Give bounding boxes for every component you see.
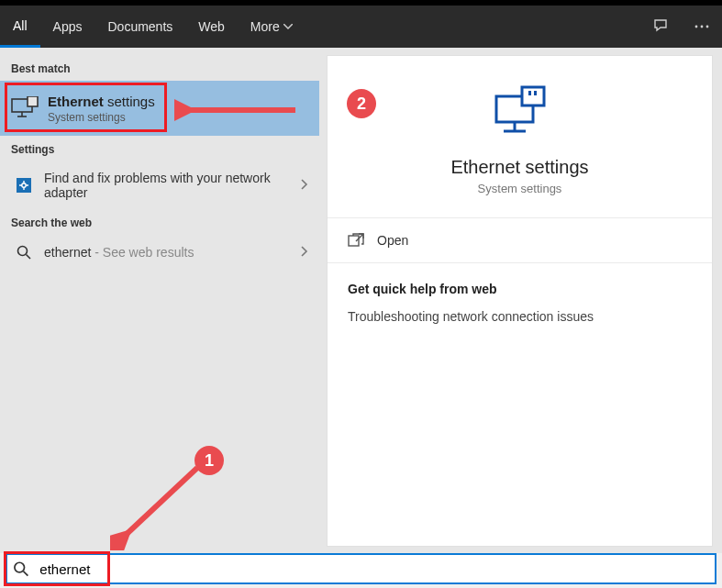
preview-panel: Ethernet settings System settings Open G…	[327, 55, 713, 547]
tab-documents[interactable]: Documents	[94, 6, 185, 48]
svg-rect-13	[528, 91, 531, 95]
tab-apps[interactable]: Apps	[40, 6, 95, 48]
best-match-result[interactable]: Ethernet settings System settings	[0, 81, 319, 136]
settings-result-troubleshoot[interactable]: Find and fix problems with your network …	[0, 161, 319, 209]
preview-title: Ethernet settings	[337, 157, 703, 178]
best-match-title-bold: Ethernet	[48, 94, 104, 109]
best-match-title: Ethernet settings	[48, 94, 155, 109]
results-panel: Best match Ethernet settings System sett…	[0, 48, 319, 553]
settings-section-label: Settings	[0, 136, 319, 161]
chevron-right-icon	[301, 177, 308, 194]
svg-line-19	[24, 571, 28, 576]
svg-rect-7	[17, 178, 31, 193]
search-bar[interactable]	[6, 553, 716, 584]
search-icon	[13, 560, 28, 577]
svg-point-2	[706, 26, 709, 28]
svg-point-9	[18, 247, 28, 256]
preview-subtitle: System settings	[337, 182, 703, 195]
preview-help-header: Get quick help from web	[348, 282, 692, 296]
svg-point-18	[15, 562, 25, 572]
svg-point-0	[695, 26, 698, 28]
tab-web[interactable]: Web	[185, 6, 238, 48]
preview-open-action[interactable]: Open	[328, 218, 712, 263]
chevron-right-icon	[301, 244, 308, 261]
preview-help-link[interactable]: Troubleshooting network connection issue…	[348, 309, 692, 324]
tab-more-label: More	[250, 19, 280, 34]
settings-result-text: Find and fix problems with your network …	[44, 171, 301, 200]
best-match-label: Best match	[0, 55, 319, 81]
monitor-icon	[9, 93, 40, 124]
troubleshoot-icon	[11, 177, 37, 194]
web-result-text: ethernet - See web results	[44, 245, 301, 260]
search-input[interactable]	[38, 560, 709, 578]
preview-open-label: Open	[377, 233, 408, 248]
more-options-icon[interactable]	[682, 6, 722, 48]
search-filter-tabs: All Apps Documents Web More	[0, 6, 722, 48]
tab-all[interactable]: All	[0, 6, 40, 48]
best-match-title-rest: settings	[104, 94, 155, 109]
open-icon	[348, 233, 364, 248]
search-web-label: Search the web	[0, 209, 319, 235]
search-icon	[11, 245, 37, 260]
svg-rect-12	[522, 87, 544, 105]
ethernet-large-icon	[489, 85, 551, 137]
web-result-term: ethernet	[44, 245, 91, 260]
svg-rect-4	[28, 96, 38, 106]
feedback-icon[interactable]	[641, 6, 682, 48]
web-result-suffix: - See web results	[91, 245, 194, 260]
svg-point-1	[701, 26, 704, 28]
tab-more[interactable]: More	[238, 6, 305, 48]
chevron-down-icon	[283, 24, 293, 29]
svg-rect-14	[534, 91, 537, 95]
best-match-subtitle: System settings	[48, 111, 155, 124]
svg-line-10	[27, 255, 31, 260]
web-result-item[interactable]: ethernet - See web results	[0, 235, 319, 270]
